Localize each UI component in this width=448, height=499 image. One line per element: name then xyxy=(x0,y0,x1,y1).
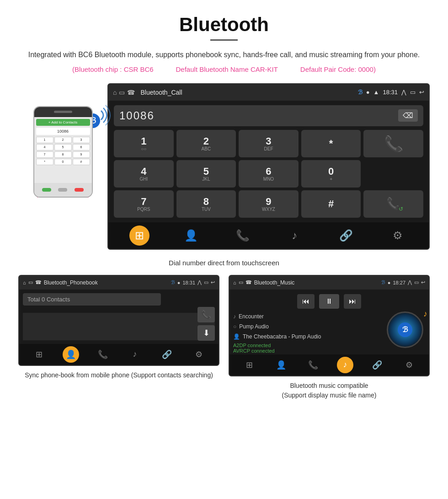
key-0[interactable]: 0 + xyxy=(301,160,361,188)
bottom-screenshots: ⌂ ▭ ☎ Bluetooth_Phonebook ℬ ● 18:31 ⋀ ▭ … xyxy=(0,275,448,402)
key-8[interactable]: 8 TUV xyxy=(176,190,236,218)
nav-call[interactable]: 📞 xyxy=(233,225,253,246)
call-button[interactable]: 📞 xyxy=(363,130,423,157)
phone-icon-small: ☎ xyxy=(127,89,135,96)
key-4[interactable]: 4 GHI xyxy=(114,160,174,188)
topbar-time: 18:31 xyxy=(383,89,398,96)
ms-nav-link[interactable]: 🔗 xyxy=(369,357,385,373)
pb-nav-settings[interactable]: ⚙ xyxy=(191,346,207,363)
pb-topbar-right: ℬ ● 18:31 ⋀ ▭ ↩ xyxy=(171,279,215,285)
phonebook-content-area: Total 0 Contacts 📞 ⬇ xyxy=(19,290,219,340)
spec-code: Default Pair Code: 0000) xyxy=(300,65,376,73)
pb-nav-music[interactable]: ♪ xyxy=(127,346,143,363)
avrcp-status: AVRCP connected xyxy=(233,348,425,354)
recall-button[interactable]: 📞 ↺ xyxy=(363,190,423,218)
home-icon: ⌂ xyxy=(113,89,117,96)
track-name-2: Pump Audio xyxy=(239,323,269,330)
key-7[interactable]: 7 PQRS xyxy=(114,190,174,218)
music-content: ℬ ♪ ♪ Encounter ○ Pump Audio 👤 The Cheeb… xyxy=(229,311,429,354)
back-icon[interactable]: ↩ xyxy=(419,89,424,96)
key-9[interactable]: 9 WXYZ xyxy=(239,190,299,218)
doc-icon: ▭ xyxy=(119,89,125,96)
nav-settings[interactable]: ⚙ xyxy=(388,225,408,246)
track-name-3: The Cheebacabra - Pump Audio xyxy=(243,333,321,340)
phone-end-btn xyxy=(75,188,84,192)
key-5[interactable]: 5 JKL xyxy=(176,160,236,188)
key-hash[interactable]: # xyxy=(301,190,361,218)
phone-key-1: 1 xyxy=(36,137,53,143)
vinyl-art: ℬ ♪ xyxy=(387,311,423,348)
phone-key-5: 5 xyxy=(54,144,72,150)
pb-time: 18:31 xyxy=(182,280,195,285)
pb-bt-icon: ℬ xyxy=(171,279,175,285)
phone-call-btn xyxy=(42,188,51,192)
track-1: ♪ Encounter xyxy=(233,311,385,322)
pb-nav-link[interactable]: 🔗 xyxy=(159,346,175,363)
topbar-title: Bluetooth_Call xyxy=(140,89,354,96)
phone-key-2: 2 xyxy=(54,137,72,143)
key-3[interactable]: 3 DEF xyxy=(239,130,299,157)
phone-key-0: 0 xyxy=(54,159,72,165)
pb-nav-contacts[interactable]: 👤 xyxy=(63,346,79,363)
ms-signal: ● xyxy=(388,280,391,285)
pb-back[interactable]: ↩ xyxy=(211,279,215,285)
ms-phone-icon: ☎ xyxy=(245,279,252,285)
page-header: Bluetooth Integrated with BC6 Bluetooth … xyxy=(0,0,448,83)
page-title: Bluetooth xyxy=(27,14,421,36)
ms-nav-settings[interactable]: ⚙ xyxy=(401,357,417,373)
phone-key-7: 7 xyxy=(36,151,53,158)
title-underline xyxy=(210,39,238,41)
nav-music[interactable]: ♪ xyxy=(284,225,304,246)
music-wrap: ⌂ ▭ ☎ Bluetooth_Music ℬ ● 18:27 ⋀ ▭ ↩ ⏮ … xyxy=(229,275,430,402)
window-icon: ▭ xyxy=(410,89,416,96)
phonebook-action-buttons: 📞 ⬇ xyxy=(197,307,215,341)
track-2: ○ Pump Audio xyxy=(233,322,385,332)
arrow-icon: ⋀ xyxy=(401,89,406,96)
pb-nav-dialpad[interactable]: ⊞ xyxy=(31,346,47,363)
ms-window: ▭ xyxy=(414,279,419,285)
phone-speaker xyxy=(54,111,72,113)
pb-window: ▭ xyxy=(204,279,208,285)
download-action-btn[interactable]: ⬇ xyxy=(197,325,215,341)
phone-illustration: ℬ + Add to Contacts 10086 1 2 xyxy=(33,97,93,188)
music-bottom-nav: ⊞ 👤 📞 ♪ 🔗 ⚙ xyxy=(229,354,429,376)
car-screen-main: ⌂ ▭ ☎ Bluetooth_Call ℬ ● ▲ 18:31 ⋀ ▭ ↩ 1… xyxy=(107,83,430,250)
phone-bottom-bar xyxy=(34,183,92,197)
pb-signal: ● xyxy=(177,280,181,285)
dial-input-row: 10086 ⌫ xyxy=(114,105,423,126)
nav-dialpad[interactable]: ⊞ xyxy=(129,225,149,246)
disc-icon-2: ○ xyxy=(233,323,236,330)
phone-side: ℬ + Add to Contacts 10086 1 2 xyxy=(18,83,107,199)
key-6[interactable]: 6 MNO xyxy=(239,160,299,188)
phonebook-screen: ⌂ ▭ ☎ Bluetooth_Phonebook ℬ ● 18:31 ⋀ ▭ … xyxy=(18,275,219,366)
play-pause-button[interactable]: ⏸ xyxy=(319,294,339,309)
phone-body: + Add to Contacts 10086 1 2 3 4 5 6 7 8 … xyxy=(33,106,93,198)
wifi-icon: ▲ xyxy=(373,89,379,96)
backspace-button[interactable]: ⌫ xyxy=(398,109,418,122)
ms-nav-music[interactable]: ♪ xyxy=(337,357,353,373)
nav-link[interactable]: 🔗 xyxy=(336,225,356,246)
key-1[interactable]: 1 ○○ xyxy=(114,130,174,157)
ms-back[interactable]: ↩ xyxy=(421,279,425,285)
ms-nav-call[interactable]: 📞 xyxy=(305,357,321,373)
key-star[interactable]: * xyxy=(301,130,361,157)
phonebook-wrap: ⌂ ▭ ☎ Bluetooth_Phonebook ℬ ● 18:31 ⋀ ▭ … xyxy=(18,275,219,402)
next-button[interactable]: ⏭ xyxy=(344,294,361,309)
pb-nav-call[interactable]: 📞 xyxy=(95,346,111,363)
contact-search-box[interactable]: Total 0 Contacts xyxy=(23,293,161,306)
ms-arrow: ⋀ xyxy=(408,279,412,285)
call-action-btn[interactable]: 📞 xyxy=(197,307,215,322)
keypad-grid: 1 ○○ 2 ABC 3 DEF * 📞 4 GHI xyxy=(108,130,429,222)
vinyl-disc: ℬ ♪ xyxy=(387,311,423,348)
phonebook-content: Total 0 Contacts xyxy=(19,290,219,313)
music-screen: ⌂ ▭ ☎ Bluetooth_Music ℬ ● 18:27 ⋀ ▭ ↩ ⏮ … xyxy=(229,275,430,376)
bt-status-icon: ℬ xyxy=(358,89,363,96)
ms-nav-contacts[interactable]: 👤 xyxy=(273,357,289,373)
pb-arrow: ⋀ xyxy=(197,279,202,285)
signal-icon: ● xyxy=(366,89,370,96)
nav-contacts[interactable]: 👤 xyxy=(181,225,201,246)
ms-nav-dialpad[interactable]: ⊞ xyxy=(241,357,257,373)
prev-button[interactable]: ⏮ xyxy=(297,294,315,309)
phone-screen: + Add to Contacts 10086 1 2 3 4 5 6 7 8 … xyxy=(34,117,92,183)
key-2[interactable]: 2 ABC xyxy=(176,130,236,157)
